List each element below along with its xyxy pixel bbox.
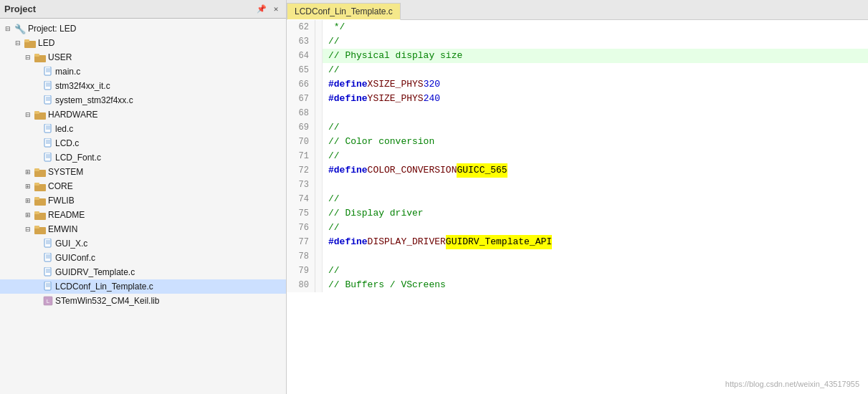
line-number: 62: [287, 20, 315, 34]
line-number: 68: [287, 106, 315, 120]
line-number: 76: [287, 221, 315, 235]
code-line-79: 79//: [287, 264, 868, 278]
code-content[interactable]: #define DISPLAY_DRIVER GUIDRV_Template_A…: [323, 235, 552, 249]
tree-item-emwin-folder[interactable]: ⊟EMWIN: [0, 222, 286, 236]
tree-label: EMWIN: [48, 224, 77, 234]
tree-item-gui-x-c[interactable]: GUI_X.c: [0, 236, 286, 251]
code-content[interactable]: // Physical display size: [323, 49, 462, 63]
expand-icon: ⊞: [23, 181, 33, 191]
code-content[interactable]: //: [323, 63, 340, 77]
code-content[interactable]: [323, 178, 328, 192]
tree-item-lcd-c[interactable]: LCD.c: [0, 136, 286, 150]
code-area[interactable]: 62 */63//64// Physical display size65//6…: [287, 20, 868, 394]
pin-icon[interactable]: 📌: [256, 4, 267, 15]
svg-rect-18: [44, 124, 51, 133]
tree-item-lcd-font-c[interactable]: LCD_Font.c: [0, 150, 286, 165]
line-gutter: [315, 235, 323, 249]
expand-icon: ⊟: [23, 224, 33, 234]
tree-item-lcdconf-lin-template-c[interactable]: LCDConf_Lin_Template.c: [0, 279, 286, 294]
project-tree: ⊟🔧Project: LED⊟LED⊟USERmain.cstm32f4xx_i…: [0, 19, 286, 394]
svg-rect-22: [44, 138, 51, 147]
line-number: 63: [287, 34, 315, 49]
tree-item-readme-folder[interactable]: ⊞README: [0, 208, 286, 222]
tree-item-core-folder[interactable]: ⊞CORE: [0, 179, 286, 193]
tab-bar: LCDConf_Lin_Template.c: [287, 0, 868, 20]
svg-rect-37: [34, 211, 39, 214]
code-content[interactable]: */: [323, 20, 345, 34]
svg-rect-39: [34, 226, 39, 229]
tree-item-stemwin532-lib[interactable]: LSTemWin532_CM4_Keil.lib: [0, 294, 286, 308]
tree-label: GUIConf.c: [55, 253, 95, 263]
code-line-64: 64// Physical display size: [287, 49, 868, 63]
line-gutter: [315, 149, 323, 163]
code-content[interactable]: //: [323, 149, 340, 163]
line-number: 72: [287, 163, 315, 178]
code-content[interactable]: // Display driver: [323, 206, 424, 221]
code-content[interactable]: // Color conversion: [323, 135, 434, 149]
svg-rect-8: [44, 81, 51, 90]
tree-item-hardware-folder[interactable]: ⊟HARDWARE: [0, 107, 286, 122]
tab-label: LCDConf_Lin_Template.c: [295, 6, 393, 16]
tree-label: LED: [38, 38, 54, 48]
svg-rect-48: [44, 267, 51, 276]
svg-rect-33: [34, 183, 39, 186]
code-content[interactable]: //: [323, 264, 340, 278]
code-content[interactable]: //: [323, 192, 340, 206]
tree-item-guidrv-template-c[interactable]: GUIDRV_Template.c: [0, 265, 286, 279]
line-number: 80: [287, 278, 315, 292]
line-gutter: [315, 178, 323, 192]
line-gutter: [315, 49, 323, 63]
tree-label: README: [48, 210, 85, 220]
code-line-74: 74//: [287, 192, 868, 206]
svg-rect-1: [24, 39, 29, 42]
svg-rect-40: [44, 239, 51, 247]
code-content[interactable]: [323, 249, 328, 264]
panel-icons: 📌 ✕: [256, 4, 282, 15]
expand-icon: ⊞: [23, 210, 33, 220]
code-content[interactable]: #define COLOR_CONVERSION GUICC_565: [323, 163, 507, 178]
tree-item-project-led[interactable]: ⊟🔧Project: LED: [0, 21, 286, 36]
svg-rect-26: [44, 153, 51, 161]
tree-label: SYSTEM: [48, 167, 83, 177]
line-number: 79: [287, 264, 315, 278]
code-content[interactable]: [323, 106, 328, 120]
code-content[interactable]: //: [323, 120, 340, 135]
tree-item-led-c[interactable]: led.c: [0, 122, 286, 136]
tree-item-led-root[interactable]: ⊟LED: [0, 36, 286, 50]
line-gutter: [315, 264, 323, 278]
tree-item-stm32f4xx-it-c[interactable]: stm32f4xx_it.c: [0, 79, 286, 93]
line-gutter: [315, 221, 323, 235]
code-line-67: 67#define YSIZE_PHYS 240: [287, 92, 868, 106]
line-gutter: [315, 92, 323, 106]
code-content[interactable]: //: [323, 221, 340, 235]
code-content[interactable]: //: [323, 34, 340, 49]
tree-item-fwlib-folder[interactable]: ⊞FWLIB: [0, 193, 286, 208]
code-line-76: 76//: [287, 221, 868, 235]
svg-rect-44: [44, 253, 51, 261]
line-number: 65: [287, 63, 315, 77]
tree-item-user-folder[interactable]: ⊟USER: [0, 50, 286, 64]
code-line-75: 75// Display driver: [287, 206, 868, 221]
line-number: 71: [287, 149, 315, 163]
close-icon[interactable]: ✕: [270, 4, 282, 15]
tree-item-guiconf-c[interactable]: GUIConf.c: [0, 251, 286, 265]
line-gutter: [315, 120, 323, 135]
tree-label: STemWin532_CM4_Keil.lib: [55, 296, 159, 306]
tree-label: system_stm32f4xx.c: [55, 95, 133, 105]
code-panel: LCDConf_Lin_Template.c 62 */63//64// Phy…: [287, 0, 868, 394]
tree-label: GUI_X.c: [55, 239, 87, 249]
tree-label: LCD.c: [55, 138, 79, 148]
tree-item-system-folder[interactable]: ⊞SYSTEM: [0, 165, 286, 179]
tree-item-system-stm32f4xx-c[interactable]: system_stm32f4xx.c: [0, 93, 286, 107]
code-line-73: 73: [287, 178, 868, 192]
line-number: 75: [287, 206, 315, 221]
code-content[interactable]: #define XSIZE_PHYS 320: [323, 77, 440, 92]
code-content[interactable]: // Buffers / VScreens: [323, 278, 446, 292]
code-content[interactable]: #define YSIZE_PHYS 240: [323, 92, 440, 106]
line-number: 70: [287, 135, 315, 149]
tree-item-main-c[interactable]: main.c: [0, 64, 286, 79]
svg-rect-4: [44, 67, 51, 75]
expand-icon: ⊟: [23, 52, 33, 62]
active-tab[interactable]: LCDConf_Lin_Template.c: [287, 3, 401, 20]
tree-label: main.c: [55, 67, 80, 77]
